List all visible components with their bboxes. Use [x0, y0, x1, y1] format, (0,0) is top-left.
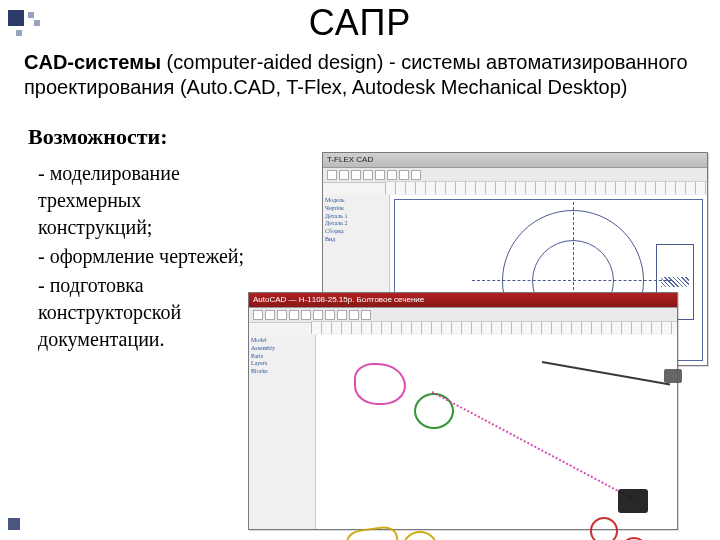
toolbar-button	[289, 310, 299, 320]
part-red-ring	[590, 517, 618, 540]
ruler	[385, 181, 707, 194]
tree-item: Model	[251, 337, 313, 345]
tree-item: Layers	[251, 360, 313, 368]
capability-item: - моделирование трехмерных конструкций;	[38, 160, 258, 241]
tree-item: Чертёж	[325, 205, 387, 213]
toolbar-button	[387, 170, 397, 180]
toolbar-button	[327, 170, 337, 180]
toolbar-button	[375, 170, 385, 180]
tree-item: Blocks	[251, 368, 313, 376]
toolbar-button	[265, 310, 275, 320]
window-body: Model Assembly Parts Layers Blocks	[249, 335, 677, 529]
ruler	[311, 321, 677, 334]
part-cable	[542, 361, 670, 386]
toolbar-button	[325, 310, 335, 320]
model-tree: Model Assembly Parts Layers Blocks	[249, 335, 316, 529]
assembly-axis	[432, 391, 636, 501]
tree-item: Сборка	[325, 228, 387, 236]
part-connector	[664, 369, 682, 383]
toolbar-button	[337, 310, 347, 320]
toolbar-button	[349, 310, 359, 320]
window-titlebar: T-FLEX CAD	[323, 153, 707, 168]
screenshot-group: T-FLEX CAD Модель Чертёж Деталь 1 Деталь…	[248, 152, 708, 532]
toolbar-button	[411, 170, 421, 180]
capabilities-list: - моделирование трехмерных конструкций; …	[38, 160, 258, 353]
toolbar-button	[361, 310, 371, 320]
definition-term: CAD-системы	[24, 51, 161, 73]
slide: САПР CAD-системы (computer-aided design)…	[0, 2, 720, 540]
part-black	[618, 489, 648, 513]
definition-paragraph: CAD-системы (computer-aided design) - си…	[24, 50, 696, 100]
part-pink	[350, 359, 410, 409]
toolbar-button	[339, 170, 349, 180]
toolbar-button	[301, 310, 311, 320]
toolbar-button	[253, 310, 263, 320]
tree-item: Деталь 2	[325, 220, 387, 228]
exploded-parts	[322, 341, 671, 523]
capability-item: - оформление чертежей;	[38, 243, 258, 270]
blueprint-axis-h	[472, 280, 672, 281]
tree-item: Вид	[325, 236, 387, 244]
capabilities-heading: Возможности:	[28, 124, 696, 150]
tree-item: Assembly	[251, 345, 313, 353]
part-yellow-ring	[402, 531, 438, 540]
slide-title: САПР	[24, 2, 696, 44]
window-titlebar: AutoCAD — Н-1108-25.15р. Болтовое сечени…	[249, 293, 677, 308]
toolbar-button	[363, 170, 373, 180]
capability-item: - подготовка конструкторской документаци…	[38, 272, 258, 353]
part-yellow	[344, 525, 402, 540]
toolbar-button	[313, 310, 323, 320]
slide-corner-bl	[8, 518, 20, 530]
drawing-canvas	[316, 335, 677, 529]
tree-item: Деталь 1	[325, 213, 387, 221]
toolbar-button	[399, 170, 409, 180]
cad-window-autocad: AutoCAD — Н-1108-25.15р. Болтовое сечени…	[248, 292, 678, 530]
tree-item: Модель	[325, 197, 387, 205]
toolbar-button	[277, 310, 287, 320]
toolbar-button	[351, 170, 361, 180]
tree-item: Parts	[251, 353, 313, 361]
